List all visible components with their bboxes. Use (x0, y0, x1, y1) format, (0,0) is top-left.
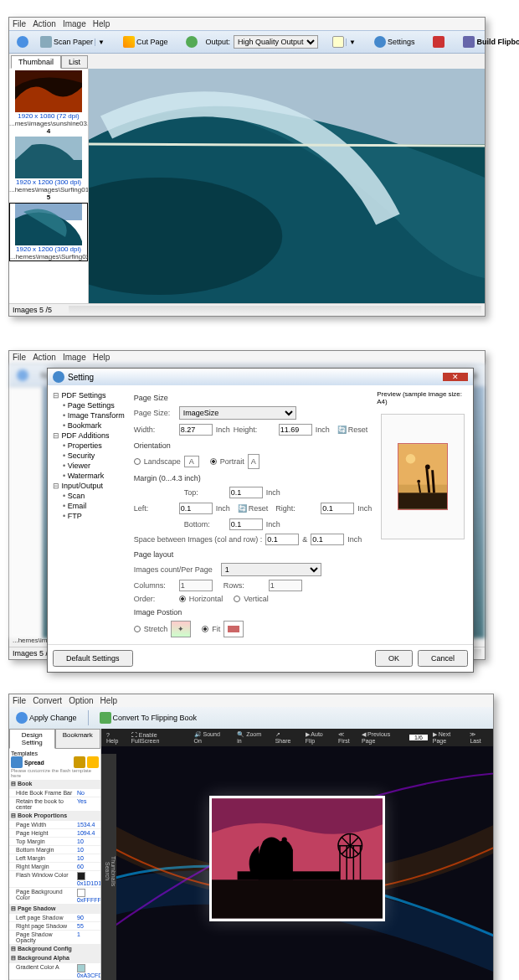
prop-row[interactable]: Bottom Margin10 (9, 846, 100, 854)
cut-page-button[interactable]: Cut Page (119, 34, 172, 50)
search-tool[interactable]: Search (105, 754, 110, 980)
zoom-button[interactable]: 🔍 Zoom in (237, 731, 266, 744)
tree-input-output[interactable]: Input/Output (53, 481, 129, 491)
tab-list[interactable]: List (61, 55, 88, 69)
convert-button[interactable]: Convert To Flipping Book (95, 709, 201, 726)
fullscreen-button[interactable]: ⛶ Enable FullScreen (131, 732, 186, 744)
height-input[interactable] (279, 424, 312, 436)
menu-file[interactable]: File (13, 353, 26, 362)
prop-group[interactable]: ⊟ Book Proportions (9, 812, 100, 820)
build-flipbook-button[interactable]: Build Flipbook▼ (459, 34, 519, 50)
top-input[interactable] (229, 487, 263, 498)
portrait-radio[interactable] (210, 458, 217, 465)
thumbnail-panel[interactable]: 1920 x 1080 (72 dpi) ...mes\images\sunsh… (9, 69, 89, 303)
prop-value[interactable]: No (75, 789, 100, 797)
vertical-radio[interactable] (234, 596, 240, 602)
prev-page-button[interactable]: ◀ Previous Page (362, 731, 404, 744)
prop-row[interactable]: Page Height1094.4 (9, 829, 100, 838)
prop-row[interactable]: Hide Book Frame BarNo (9, 789, 100, 797)
menu-image[interactable]: Image (63, 19, 86, 28)
tree-viewer[interactable]: Viewer (53, 461, 129, 471)
tree-email[interactable]: Email (53, 501, 129, 511)
output-icon[interactable] (182, 34, 202, 50)
chevron-down-icon[interactable]: ▼ (95, 39, 105, 46)
prop-row[interactable]: Page Shadow Opacity1 (9, 931, 100, 945)
cancel-button[interactable]: Cancel (418, 650, 468, 667)
ok-button[interactable]: OK (375, 650, 413, 667)
thumbnail-item[interactable]: 1920 x 1200 (300 dpi) ...hemes\images\Su… (9, 203, 88, 261)
prop-group[interactable]: ⊟ Page Shadow (9, 905, 100, 913)
prop-value[interactable]: 60 (75, 863, 100, 870)
menu-help[interactable]: Help (93, 19, 110, 28)
prop-row[interactable]: Retain the book to centerYes (9, 797, 100, 812)
apply-change-button[interactable]: Apply Change (12, 709, 81, 726)
reset-margin-button[interactable]: 🔄 Reset (234, 502, 273, 515)
prop-group[interactable]: ⊟ Book (9, 780, 100, 788)
left-input[interactable] (179, 503, 213, 514)
rows-input[interactable] (269, 580, 302, 591)
default-settings-button[interactable]: Default Settings (53, 650, 133, 667)
folder-icon[interactable] (87, 756, 99, 768)
prop-value[interactable]: 1 (75, 931, 100, 944)
auto-flip-button[interactable]: ▶ Auto Flip (306, 731, 333, 744)
next-page-button[interactable]: ▶ Next Page (433, 731, 465, 744)
space-row-input[interactable] (311, 534, 344, 545)
landscape-icon[interactable]: A (184, 456, 199, 467)
tab-bookmark[interactable]: Bookmark (55, 729, 101, 749)
prop-row[interactable]: Left Margin10 (9, 854, 100, 863)
cols-input[interactable] (179, 580, 213, 591)
reset-button[interactable]: 🔄 Reset (333, 423, 373, 436)
prop-value[interactable]: 55 (75, 922, 100, 930)
prop-value[interactable]: 0xA3CFD1 (75, 963, 100, 979)
prop-value[interactable]: 1534.4 (75, 821, 100, 828)
prop-value[interactable]: 90 (75, 914, 100, 921)
thumbnail-item[interactable]: 1920 x 1200 (300 dpi) ...hemes\images\Su… (9, 137, 88, 201)
prop-row[interactable]: Right Margin60 (9, 863, 100, 871)
prop-value[interactable]: 1094.4 (75, 829, 100, 837)
prop-row[interactable]: Left page Shadow90 (9, 914, 100, 922)
help-button[interactable]: ? Help (106, 732, 123, 744)
tree-scan[interactable]: Scan (53, 491, 129, 501)
portrait-icon[interactable]: A (248, 454, 260, 469)
horizontal-radio[interactable] (179, 596, 186, 602)
prop-value[interactable]: 10 (75, 838, 100, 845)
prop-group[interactable]: ⊟ Background Alpha (9, 954, 100, 962)
share-button[interactable]: ↗ Share (275, 731, 297, 744)
tree-pdf-settings[interactable]: PDF Settings (53, 390, 129, 400)
prop-row[interactable]: Top Margin10 (9, 838, 100, 846)
info-icon[interactable] (13, 34, 33, 50)
tree-security[interactable]: Security (53, 451, 129, 461)
tree-image-transform[interactable]: Image Transform (53, 410, 129, 420)
first-page-button[interactable]: ≪ First (338, 731, 357, 744)
prop-value[interactable]: 0x1D1D1D (75, 871, 100, 887)
menu-convert[interactable]: Convert (33, 696, 62, 705)
width-input[interactable] (179, 424, 213, 436)
close-button[interactable]: ✕ (443, 373, 468, 381)
menu-file[interactable]: File (13, 696, 26, 705)
menu-help[interactable]: Help (93, 353, 110, 362)
last-page-button[interactable]: ≫ Last (470, 731, 488, 744)
prop-group[interactable]: ⊟ Background Config (9, 945, 100, 953)
tree-pdf-additions[interactable]: PDF Additions (53, 431, 129, 441)
prop-value[interactable]: 0xFFFFFF (75, 888, 100, 904)
prop-row[interactable]: Page Background Color 0xFFFFFF (9, 888, 100, 905)
disk-icon[interactable] (74, 756, 85, 768)
prop-row[interactable]: Right page Shadow55 (9, 922, 100, 931)
tree-page-settings[interactable]: Page Settings (53, 400, 129, 410)
landscape-radio[interactable] (134, 458, 141, 465)
prop-row[interactable]: Page Width1534.4 (9, 821, 100, 829)
scrollbar[interactable] (69, 306, 481, 314)
thumbnail-item[interactable]: 1920 x 1080 (72 dpi) ...mes\images\sunsh… (9, 70, 88, 135)
thumbnails-tool[interactable]: Thumbnails (110, 754, 116, 980)
sound-button[interactable]: 🔊 Sound On (194, 731, 229, 744)
tree-ftp[interactable]: FTP (53, 511, 129, 521)
settings-button[interactable]: Settings (370, 34, 419, 50)
output-select[interactable]: High Quality Output (234, 35, 318, 49)
tree-properties[interactable]: Properties (53, 441, 129, 451)
menu-action[interactable]: Action (33, 19, 56, 28)
page-indicator[interactable]: 1/6 (409, 735, 428, 740)
menu-image[interactable]: Image (63, 353, 86, 362)
stretch-radio[interactable] (134, 626, 141, 632)
color-picker[interactable]: ▼ (328, 34, 360, 50)
scan-paper-button[interactable]: Scan Paper▼ (36, 34, 109, 50)
